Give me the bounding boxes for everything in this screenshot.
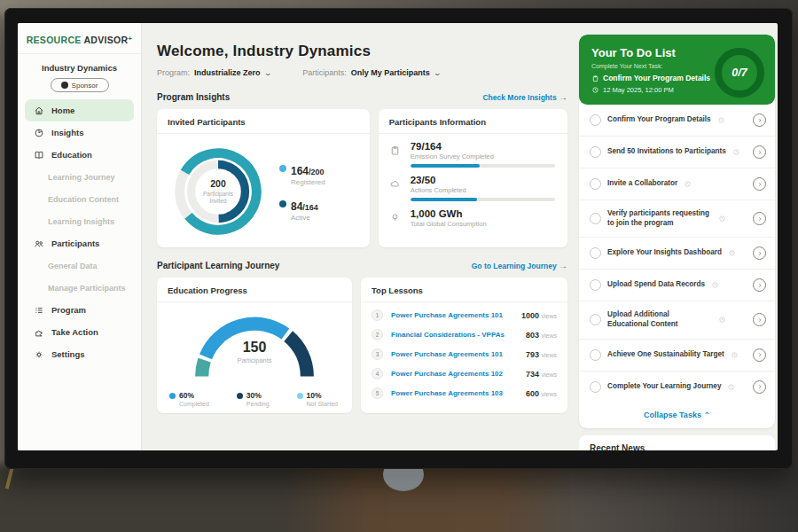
education-icon [34,150,44,160]
app-logo: RESOURCE ADVISOR+ [18,23,141,54]
chevron-right-icon [756,383,763,390]
lesson-link[interactable]: Power Purchase Agreements 102 [391,370,503,378]
task-open-button[interactable] [753,177,766,191]
task-row[interactable]: Upload Spend Data Records [579,270,775,301]
sidebar-item-participants[interactable]: Participants [18,232,141,254]
sidebar-item-insights[interactable]: Insights [18,121,141,144]
task-checkbox[interactable] [590,146,601,158]
task-checkbox[interactable] [590,247,601,259]
registered-label: Registered [291,178,325,186]
sidebar-item-education[interactable]: Education [18,144,141,166]
chevron-right-icon [756,351,763,358]
recent-news-card: Recent News [579,435,775,450]
dashboard-screen: RESOURCE ADVISOR+ Industry Dynamics Spon… [18,23,778,450]
clipboard-icon [591,74,599,82]
go-to-learning-journey-link[interactable]: Go to Learning Journey → [472,261,567,270]
task-label: Achieve One Sustainability Target [607,350,724,360]
sidebar-item-education-content[interactable]: Education Content [18,188,141,210]
org-name: Industry Dynamics [18,54,141,73]
participants-filter-label: Participants: [302,68,347,77]
task-row[interactable]: Explore Your Insights Dashboard [579,238,775,270]
task-label: Complete Your Learning Journey [607,382,721,392]
info-label: Emission Survey Completed [411,153,555,160]
chevron-right-icon [756,181,763,188]
gauge-center-label: Participants [184,356,325,364]
chevron-down-icon[interactable]: ⌄ [433,69,442,77]
clipboard-icon [389,145,401,156]
chevron-down-icon[interactable]: ⌄ [263,69,272,77]
sidebar-item-home[interactable]: Home [25,99,134,121]
clock-icon [711,281,719,289]
views-suffix: views [541,391,557,397]
views-suffix: views [541,332,557,339]
sidebar-item-learning-insights[interactable]: Learning Insights [18,210,141,232]
participants-icon [34,239,44,249]
lesson-number: 4 [372,368,383,379]
lesson-row[interactable]: 2 Financial Considerations - VPPAs 803 v… [361,325,567,344]
task-checkbox[interactable] [590,314,601,325]
clock-icon [684,180,692,188]
task-row[interactable]: Achieve One Sustainability Target [579,340,775,372]
todo-header: Your To Do List Complete Your Next Task:… [579,35,775,105]
lesson-row[interactable]: 4 Power Purchase Agreements 102 734 view… [361,364,567,383]
task-row[interactable]: Complete Your Learning Journey [579,372,775,403]
lesson-row[interactable]: 1 Power Purchase Agreements 101 1000 vie… [361,305,567,325]
task-open-button[interactable] [753,212,766,225]
task-row[interactable]: Upload Additional Educational Content [579,301,775,339]
registered-total: /200 [309,168,325,176]
check-more-insights-link[interactable]: Check More Insights → [482,92,567,102]
task-label: Explore Your Insights Dashboard [607,248,722,258]
section-title-learning-journey: Participant Learning Journey [157,261,279,270]
lesson-number: 2 [372,329,383,340]
task-open-button[interactable] [753,145,766,159]
task-open-button[interactable] [753,380,766,394]
sidebar-item-learning-journey[interactable]: Learning Journey [18,166,141,188]
cloud-icon [389,178,401,190]
sidebar-item-settings[interactable]: Settings [18,343,141,365]
sidebar-item-general-data[interactable]: General Data [18,254,141,277]
chevron-right-icon [756,215,763,223]
completed-dot-icon [169,393,176,399]
sponsor-badge[interactable]: Sponsor [51,78,109,92]
sidebar-item-label: Insights [51,128,83,137]
task-checkbox[interactable] [590,114,601,126]
sidebar-item-label: Education Content [48,195,119,204]
participants-filter[interactable]: Participants:Only My Participants⌄ [302,68,440,77]
sidebar-item-label: Take Action [51,327,98,337]
collapse-tasks-link[interactable]: Collapse Tasks ⌃ [579,403,775,428]
task-open-button[interactable] [753,348,766,362]
sidebar-item-label: General Data [48,262,98,270]
task-checkbox[interactable] [590,178,601,190]
task-checkbox[interactable] [590,279,601,291]
task-checkbox[interactable] [590,381,601,393]
clock-icon [591,86,599,94]
lesson-link[interactable]: Power Purchase Agreements 101 [391,350,503,358]
views-suffix: views [541,352,557,358]
task-open-button[interactable] [753,113,766,127]
sidebar-item-manage-participants[interactable]: Manage Participants [18,277,141,299]
task-row[interactable]: Confirm Your Program Details [579,105,775,137]
task-checkbox[interactable] [590,349,601,361]
task-checkbox[interactable] [590,213,601,224]
sidebar-item-program[interactable]: Program [18,299,141,321]
lesson-link[interactable]: Power Purchase Agreements 101 [391,311,503,319]
donut-center-value: 200 [210,178,226,189]
lesson-link[interactable]: Financial Considerations - VPPAs [391,331,505,339]
task-open-button[interactable] [753,313,766,326]
sidebar: RESOURCE ADVISOR+ Industry Dynamics Spon… [18,23,142,450]
sidebar-item-take-action[interactable]: Take Action [18,321,141,343]
program-filter[interactable]: Program:Industrialize Zero⌄ [157,68,270,77]
pending-dot-icon [237,393,243,399]
task-open-button[interactable] [753,246,766,260]
lesson-link[interactable]: Power Purchase Agreements 103 [391,389,503,397]
bulb-icon [389,212,401,223]
top-lessons-card: Top Lessons 1 Power Purchase Agreements … [361,278,567,413]
task-row[interactable]: Send 50 Invitations to Participants [579,137,775,168]
lesson-row[interactable]: 3 Power Purchase Agreements 101 793 view… [361,344,567,364]
task-row[interactable]: Invite a Collaborator [579,168,775,200]
lesson-row[interactable]: 5 Power Purchase Agreements 103 600 view… [361,383,567,403]
task-open-button[interactable] [753,278,766,292]
task-row[interactable]: Verify participants requesting to join t… [579,200,775,238]
legend-completed: 60% Completed [169,391,209,407]
sidebar-item-label: Home [51,106,74,115]
